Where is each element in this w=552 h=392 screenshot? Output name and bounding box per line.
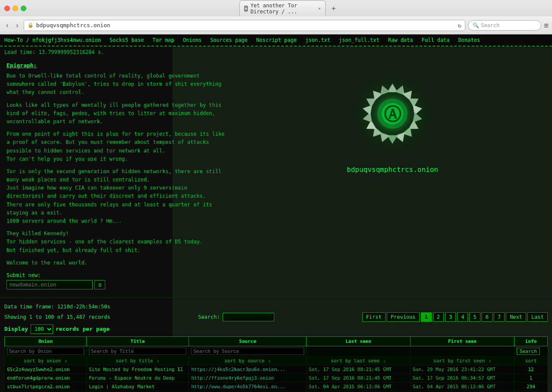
- page-1-button[interactable]: 1: [421, 312, 432, 322]
- search-bar[interactable]: 🔍 Search: [468, 20, 541, 31]
- right-column: Ⓐ bdpuqvsqmphctrcs.onion: [233, 58, 552, 294]
- records-per-page-label: records per page: [56, 326, 110, 332]
- nav-sources[interactable]: Sources page: [210, 37, 248, 43]
- nav-tormap[interactable]: Tor map: [152, 37, 174, 43]
- browser-tab[interactable]: ⊛ Yet another Tor Directory / ... ✕: [239, 0, 326, 16]
- cell-first-seen: Sun, 29 May 2016 23:41:22 GMT: [411, 365, 514, 373]
- nav-noscript[interactable]: Noscript page: [256, 37, 297, 43]
- submit-input[interactable]: [6, 280, 93, 289]
- filter-onion-input[interactable]: [7, 348, 84, 355]
- epigraph-title: Epigraph:: [6, 62, 226, 68]
- cell-first-seen: Sat, 04 Apr 2015 06:13:06 GMT: [411, 382, 514, 391]
- lock-icon: 🔒: [28, 22, 34, 28]
- source-link[interactable]: http://ffzone4ry6efpqj3.onion: [191, 375, 274, 381]
- cell-info: 12: [514, 365, 548, 373]
- tab-close-icon[interactable]: ✕: [318, 6, 321, 11]
- data-timeframe: Data time frame: 1210d-22h:54m:50s: [4, 304, 548, 310]
- page-2-button[interactable]: 2: [433, 312, 444, 322]
- col-first-seen: First seen: [411, 336, 514, 346]
- epigraph-p3: From one point of sight this is plus for…: [6, 130, 226, 163]
- cell-title: Forums - Espace Neutre du Deep: [86, 373, 188, 382]
- nav-fulldata[interactable]: Full data: [422, 37, 450, 43]
- filter-row: Search: [5, 346, 548, 356]
- nav-json-txt[interactable]: json.txt: [305, 37, 330, 43]
- epigraph-p1: Due to Orwell-like total control of real…: [6, 72, 226, 97]
- sort-info[interactable]: sort: [514, 356, 548, 365]
- onion-link[interactable]: endforum4gdprarw.onion: [7, 375, 70, 381]
- submit-form: o: [6, 280, 226, 289]
- sort-title[interactable]: sort by title ⇕: [86, 356, 188, 365]
- sort-title-arrow: ⇕: [157, 358, 160, 363]
- page-7-button[interactable]: 7: [494, 312, 505, 322]
- epigraph-p5: They killed Kennedy!Tor hidden services …: [6, 230, 226, 255]
- col-onion: Onion: [5, 336, 87, 346]
- nav-rawdata[interactable]: Raw data: [388, 37, 413, 43]
- pagination-row: Showing 1 to 100 of 15,487 records Searc…: [4, 312, 548, 322]
- last-page-button[interactable]: Last: [527, 312, 548, 322]
- minimize-button[interactable]: [13, 6, 18, 11]
- filter-title-input[interactable]: [89, 348, 186, 355]
- page-4-button[interactable]: 4: [457, 312, 468, 322]
- forward-button[interactable]: ›: [13, 20, 21, 31]
- data-table: Onion Title Source Last seen First seen …: [4, 336, 548, 392]
- cell-last-seen: Sat, 17 Sep 2016 08:21:45 GMT: [306, 365, 410, 373]
- browser-navbar: ‹ › 🔒 bdpuqvsqmphctrcs.onion ↻ 🔍 Search …: [0, 16, 552, 34]
- records-per-page-select[interactable]: 100 50 200: [31, 324, 53, 334]
- cell-info: 1: [514, 373, 548, 382]
- col-info: info: [514, 336, 548, 346]
- reload-button[interactable]: ↻: [458, 22, 461, 29]
- cell-last-seen: Sat, 04 Apr 2015 06:13:06 GMT: [306, 382, 410, 391]
- fullscreen-button[interactable]: [21, 6, 26, 11]
- main-search-input[interactable]: [223, 313, 274, 321]
- sort-source[interactable]: sort by source ⇕: [189, 356, 307, 365]
- hamburger-menu[interactable]: ≡: [544, 21, 549, 30]
- nav-donates[interactable]: Donates: [458, 37, 480, 43]
- col-source: Source: [189, 336, 307, 346]
- source-link[interactable]: https://j4ko5c2kacr3pu6x.onion...: [191, 367, 285, 372]
- display-row: Display 100 50 200 records per page: [4, 324, 548, 334]
- showing-text: Showing 1 to 100 of 15,487 records: [4, 314, 110, 320]
- onion-link[interactable]: 65c2z4uwyz5wwhe2.onion: [7, 367, 70, 372]
- close-button[interactable]: [4, 6, 10, 11]
- site-content: How-To / nfokjgfj3hxs4nwu.onion Socks5 b…: [0, 34, 552, 392]
- titlebar: ⊛ Yet another Tor Directory / ... ✕ +: [0, 0, 552, 16]
- address-bar[interactable]: 🔒 bdpuqvsqmphctrcs.onion ↻: [24, 20, 466, 31]
- search-row: Search:: [198, 313, 274, 321]
- main-area: Epigraph: Due to Orwell-like total contr…: [0, 58, 552, 294]
- sort-source-arrow: ⇕: [268, 358, 271, 363]
- filter-source-input[interactable]: [191, 348, 304, 355]
- sort-onion-arrow: ⇕: [65, 358, 67, 363]
- cell-last-seen: Sat, 17 Sep 2016 08:21:45 GMT: [306, 373, 410, 382]
- site-domain: bdpuqvsqmphctrcs.onion: [347, 165, 438, 174]
- sort-last-seen[interactable]: sort by last seen ⇓: [306, 356, 410, 365]
- cell-title: Site Hosted by Freedom Hosting II: [86, 365, 188, 373]
- table-row: endforum4gdprarw.onion Forums - Espace N…: [5, 373, 548, 382]
- nav-socks5[interactable]: Socks5 base: [110, 37, 144, 43]
- search-placeholder: Search: [481, 22, 499, 28]
- site-nav: How-To / nfokjgfj3hxs4nwu.onion Socks5 b…: [0, 34, 552, 47]
- nav-howto[interactable]: How-To / nfokjgfj3hxs4nwu.onion: [4, 37, 101, 43]
- next-page-button[interactable]: Next: [506, 312, 526, 322]
- new-tab-button[interactable]: +: [329, 4, 339, 12]
- nav-onions[interactable]: Onions: [183, 37, 201, 43]
- first-page-button[interactable]: First: [362, 312, 386, 322]
- source-link[interactable]: http://www.duper4o5k7764esi.on...: [191, 384, 285, 389]
- submit-button[interactable]: o: [94, 280, 105, 289]
- left-column: Epigraph: Due to Orwell-like total contr…: [0, 58, 233, 294]
- nav-json-full[interactable]: json_full.txt: [339, 37, 380, 43]
- page-6-button[interactable]: 6: [482, 312, 492, 322]
- back-button[interactable]: ‹: [3, 20, 11, 31]
- tab-title: Yet another Tor Directory / ...: [251, 3, 314, 15]
- onion-link[interactable]: stbux7lrtpegcra2.onion: [7, 384, 70, 389]
- sort-first-seen[interactable]: sort by first seen ⇕: [411, 356, 514, 365]
- search-icon: 🔍: [473, 22, 479, 28]
- page-5-button[interactable]: 5: [469, 312, 480, 322]
- epigraph-p4: Tor is only the second generation of hid…: [6, 168, 226, 225]
- filter-search-button[interactable]: Search: [517, 348, 540, 355]
- sort-onion[interactable]: sort by onion ⇕: [5, 356, 87, 365]
- sort-lastseen-arrow: ⇓: [383, 358, 386, 363]
- svg-text:Ⓐ: Ⓐ: [384, 105, 401, 124]
- prev-page-button[interactable]: Previous: [387, 312, 420, 322]
- pagination-buttons: First Previous 1 2 3 4 5 6 7 Next Last: [362, 312, 548, 322]
- page-3-button[interactable]: 3: [445, 312, 456, 322]
